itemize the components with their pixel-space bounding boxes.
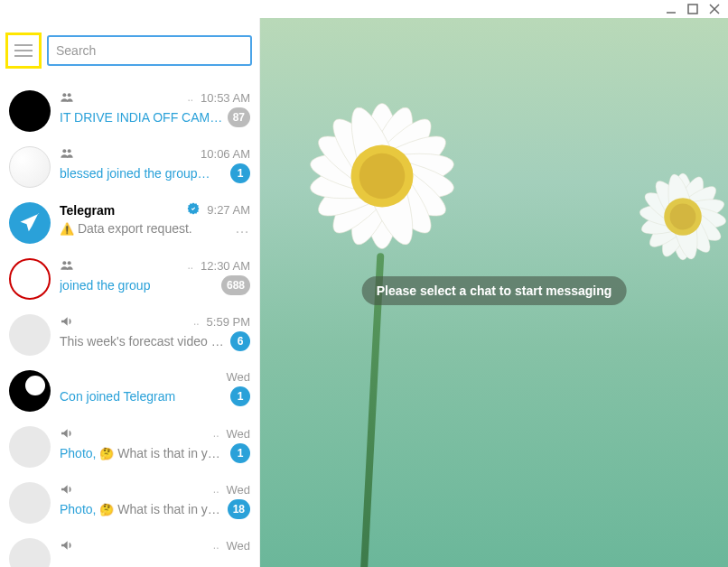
sidebar: ..10:53 AMIT DRIVE INDIA OFF CAMPUS…87 1… xyxy=(0,18,260,567)
svg-point-10 xyxy=(68,149,71,153)
unread-badge: 87 xyxy=(228,107,250,127)
hamburger-icon xyxy=(14,44,33,57)
svg-point-8 xyxy=(68,93,71,97)
chat-time: Wed xyxy=(227,370,251,384)
chat-list-item[interactable]: ..Wed xyxy=(0,531,259,567)
verified-icon xyxy=(187,202,200,218)
chat-preview: Photo, 🤔 What is that in yo… xyxy=(60,446,227,460)
group-icon xyxy=(60,258,74,273)
empty-state-message: Please select a chat to start messaging xyxy=(362,276,627,305)
chat-list-item[interactable]: Telegram9:27 AM⚠️ Data export request.… xyxy=(0,195,259,251)
svg-point-11 xyxy=(62,261,66,265)
svg-point-7 xyxy=(62,93,66,97)
muted-icon: .. xyxy=(213,539,219,552)
group-icon xyxy=(60,90,74,105)
more-icon: … xyxy=(233,220,250,237)
chat-preview: Con joined Telegram xyxy=(60,389,227,404)
minimize-button[interactable] xyxy=(665,3,677,15)
chat-list-item[interactable]: 10:06 AMblessed joined the group…1 xyxy=(0,139,259,195)
chat-time: 9:27 AM xyxy=(207,203,250,217)
chat-time: 10:06 AM xyxy=(201,147,250,161)
unread-badge: 1 xyxy=(230,163,250,183)
unread-badge: 1 xyxy=(230,443,250,463)
chat-time: 5:59 PM xyxy=(207,315,250,329)
chat-time: Wed xyxy=(227,427,251,441)
svg-rect-1 xyxy=(688,5,697,14)
avatar xyxy=(9,90,51,132)
muted-icon: .. xyxy=(213,427,219,440)
channel-icon xyxy=(60,426,74,441)
unread-badge: 1 xyxy=(230,386,250,406)
chat-time: Wed xyxy=(227,483,251,497)
maximize-button[interactable] xyxy=(686,3,699,15)
chat-list-item[interactable]: ..WedPhoto, 🤔 What is that in yo…1 xyxy=(0,419,259,475)
window-titlebar xyxy=(0,0,728,18)
close-button[interactable] xyxy=(708,3,721,15)
chat-preview: IT DRIVE INDIA OFF CAMPUS… xyxy=(60,110,224,125)
svg-point-23 xyxy=(359,153,406,200)
unread-badge: 18 xyxy=(228,499,250,519)
chat-time: 10:53 AM xyxy=(201,91,250,105)
muted-icon: .. xyxy=(193,315,200,328)
avatar xyxy=(9,314,51,356)
avatar xyxy=(9,426,51,468)
group-icon xyxy=(60,146,74,161)
avatar xyxy=(9,538,51,567)
unread-badge: 6 xyxy=(230,331,250,351)
chat-list-item[interactable]: ..WedPhoto, 🤔 What is that in yo…18 xyxy=(0,475,259,531)
chat-time: Wed xyxy=(227,539,251,553)
chat-list-item[interactable]: ..10:53 AMIT DRIVE INDIA OFF CAMPUS…87 xyxy=(0,83,259,139)
menu-button[interactable] xyxy=(12,39,35,62)
avatar xyxy=(9,258,51,300)
chat-preview: ⚠️ Data export request. xyxy=(60,221,229,236)
svg-point-9 xyxy=(62,149,66,153)
avatar xyxy=(9,370,51,412)
chat-list[interactable]: ..10:53 AMIT DRIVE INDIA OFF CAMPUS…87 1… xyxy=(0,83,259,567)
chat-area: Please select a chat to start messaging xyxy=(260,18,728,567)
chat-list-item[interactable]: ..5:59 PMThis week's forecast video wil…… xyxy=(0,307,259,363)
chat-list-item[interactable]: WedCon joined Telegram1 xyxy=(0,363,259,419)
muted-icon: .. xyxy=(187,259,193,272)
chat-name: Telegram xyxy=(60,203,183,218)
svg-point-33 xyxy=(670,204,696,230)
unread-badge: 688 xyxy=(221,275,250,295)
channel-icon xyxy=(60,314,74,329)
svg-point-12 xyxy=(68,261,71,265)
chat-preview: joined the group xyxy=(60,278,218,293)
avatar xyxy=(9,482,51,524)
muted-icon: .. xyxy=(187,91,193,104)
chat-list-item[interactable]: ..12:30 AMjoined the group688 xyxy=(0,251,259,307)
avatar xyxy=(9,202,51,244)
search-input[interactable] xyxy=(47,35,252,66)
channel-icon xyxy=(60,538,74,553)
chat-preview: This week's forecast video wil… xyxy=(60,334,227,349)
muted-icon: .. xyxy=(213,483,219,496)
background-flower xyxy=(278,72,486,280)
chat-preview: Photo, 🤔 What is that in yo… xyxy=(60,502,224,516)
chat-preview: blessed joined the group… xyxy=(60,166,227,181)
chat-time: 12:30 AM xyxy=(201,259,250,273)
avatar xyxy=(9,146,51,188)
channel-icon xyxy=(60,482,74,497)
background-flower xyxy=(611,144,728,289)
